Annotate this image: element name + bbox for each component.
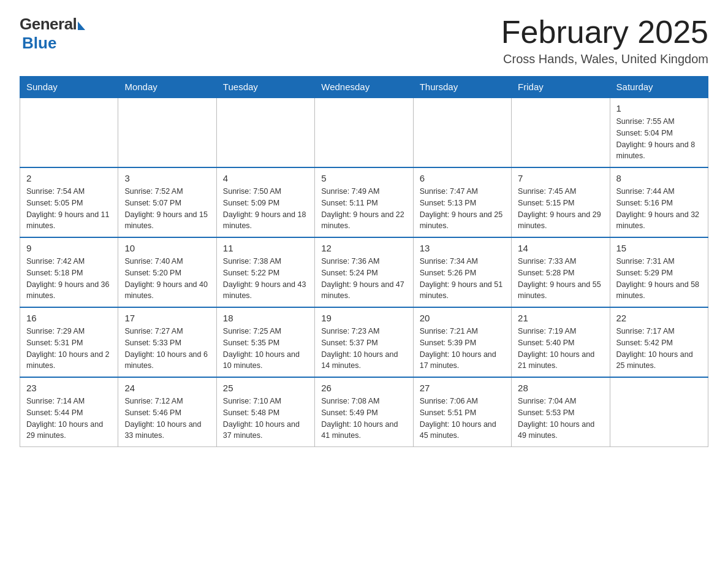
day-info: Sunrise: 7:55 AM Sunset: 5:04 PM Dayligh… [616, 116, 702, 162]
day-info: Sunrise: 7:44 AM Sunset: 5:16 PM Dayligh… [616, 186, 702, 232]
day-number: 10 [124, 243, 210, 253]
calendar-cell: 14Sunrise: 7:33 AM Sunset: 5:28 PM Dayli… [512, 237, 610, 307]
day-info: Sunrise: 7:40 AM Sunset: 5:20 PM Dayligh… [124, 256, 210, 302]
calendar-cell: 21Sunrise: 7:19 AM Sunset: 5:40 PM Dayli… [512, 307, 610, 377]
calendar-cell: 4Sunrise: 7:50 AM Sunset: 5:09 PM Daylig… [216, 167, 314, 237]
day-info: Sunrise: 7:17 AM Sunset: 5:42 PM Dayligh… [616, 326, 702, 372]
day-number: 24 [124, 383, 210, 393]
calendar-cell: 13Sunrise: 7:34 AM Sunset: 5:26 PM Dayli… [413, 237, 511, 307]
day-number: 1 [616, 103, 702, 113]
day-info: Sunrise: 7:19 AM Sunset: 5:40 PM Dayligh… [518, 326, 603, 372]
day-number: 7 [518, 173, 603, 183]
calendar-cell [512, 98, 610, 167]
calendar-table: SundayMondayTuesdayWednesdayThursdayFrid… [20, 76, 708, 447]
calendar-cell: 8Sunrise: 7:44 AM Sunset: 5:16 PM Daylig… [610, 167, 708, 237]
day-info: Sunrise: 7:14 AM Sunset: 5:44 PM Dayligh… [26, 396, 112, 442]
day-number: 12 [321, 243, 406, 253]
day-info: Sunrise: 7:29 AM Sunset: 5:31 PM Dayligh… [26, 326, 112, 372]
calendar-cell: 26Sunrise: 7:08 AM Sunset: 5:49 PM Dayli… [315, 377, 413, 447]
calendar-cell: 15Sunrise: 7:31 AM Sunset: 5:29 PM Dayli… [610, 237, 708, 307]
calendar-cell [610, 377, 708, 447]
day-info: Sunrise: 7:27 AM Sunset: 5:33 PM Dayligh… [124, 326, 210, 372]
day-number: 20 [420, 313, 505, 323]
calendar-week-row: 16Sunrise: 7:29 AM Sunset: 5:31 PM Dayli… [20, 307, 708, 377]
day-info: Sunrise: 7:23 AM Sunset: 5:37 PM Dayligh… [321, 326, 406, 372]
day-number: 8 [616, 173, 702, 183]
day-number: 9 [26, 243, 112, 253]
day-info: Sunrise: 7:52 AM Sunset: 5:07 PM Dayligh… [124, 186, 210, 232]
day-number: 14 [518, 243, 603, 253]
logo-general-text: General [20, 15, 77, 34]
page-header: General Blue February 2025 Cross Hands, … [20, 15, 708, 66]
calendar-cell [315, 98, 413, 167]
calendar-cell: 2Sunrise: 7:54 AM Sunset: 5:05 PM Daylig… [20, 167, 118, 237]
calendar-cell: 19Sunrise: 7:23 AM Sunset: 5:37 PM Dayli… [315, 307, 413, 377]
calendar-cell [20, 98, 118, 167]
logo-blue-text: Blue [22, 34, 56, 52]
calendar-cell [118, 98, 216, 167]
calendar-cell [216, 98, 314, 167]
day-info: Sunrise: 7:42 AM Sunset: 5:18 PM Dayligh… [26, 256, 112, 302]
calendar-cell: 1Sunrise: 7:55 AM Sunset: 5:04 PM Daylig… [610, 98, 708, 167]
day-number: 22 [616, 313, 702, 323]
month-title: February 2025 [501, 15, 708, 50]
day-info: Sunrise: 7:49 AM Sunset: 5:11 PM Dayligh… [321, 186, 406, 232]
calendar-cell: 27Sunrise: 7:06 AM Sunset: 5:51 PM Dayli… [413, 377, 511, 447]
weekday-header-tuesday: Tuesday [216, 77, 314, 98]
weekday-header-thursday: Thursday [413, 77, 511, 98]
calendar-cell: 5Sunrise: 7:49 AM Sunset: 5:11 PM Daylig… [315, 167, 413, 237]
day-number: 23 [26, 383, 112, 393]
day-number: 5 [321, 173, 406, 183]
day-info: Sunrise: 7:21 AM Sunset: 5:39 PM Dayligh… [420, 326, 505, 372]
calendar-cell: 11Sunrise: 7:38 AM Sunset: 5:22 PM Dayli… [216, 237, 314, 307]
day-info: Sunrise: 7:38 AM Sunset: 5:22 PM Dayligh… [223, 256, 308, 302]
calendar-week-row: 23Sunrise: 7:14 AM Sunset: 5:44 PM Dayli… [20, 377, 708, 447]
day-number: 15 [616, 243, 702, 253]
calendar-cell: 6Sunrise: 7:47 AM Sunset: 5:13 PM Daylig… [413, 167, 511, 237]
title-section: February 2025 Cross Hands, Wales, United… [501, 15, 708, 66]
weekday-header-friday: Friday [512, 77, 610, 98]
calendar-cell: 9Sunrise: 7:42 AM Sunset: 5:18 PM Daylig… [20, 237, 118, 307]
logo: General Blue [20, 15, 85, 53]
day-info: Sunrise: 7:47 AM Sunset: 5:13 PM Dayligh… [420, 186, 505, 232]
calendar-cell: 3Sunrise: 7:52 AM Sunset: 5:07 PM Daylig… [118, 167, 216, 237]
day-info: Sunrise: 7:08 AM Sunset: 5:49 PM Dayligh… [321, 396, 406, 442]
day-number: 18 [223, 313, 308, 323]
weekday-header-saturday: Saturday [610, 77, 708, 98]
day-info: Sunrise: 7:45 AM Sunset: 5:15 PM Dayligh… [518, 186, 603, 232]
weekday-header-wednesday: Wednesday [315, 77, 413, 98]
calendar-cell: 28Sunrise: 7:04 AM Sunset: 5:53 PM Dayli… [512, 377, 610, 447]
day-number: 28 [518, 383, 603, 393]
calendar-cell: 23Sunrise: 7:14 AM Sunset: 5:44 PM Dayli… [20, 377, 118, 447]
calendar-week-row: 1Sunrise: 7:55 AM Sunset: 5:04 PM Daylig… [20, 98, 708, 167]
calendar-cell: 24Sunrise: 7:12 AM Sunset: 5:46 PM Dayli… [118, 377, 216, 447]
day-info: Sunrise: 7:34 AM Sunset: 5:26 PM Dayligh… [420, 256, 505, 302]
day-number: 17 [124, 313, 210, 323]
weekday-header-monday: Monday [118, 77, 216, 98]
weekday-header-sunday: Sunday [20, 77, 118, 98]
calendar-cell: 22Sunrise: 7:17 AM Sunset: 5:42 PM Dayli… [610, 307, 708, 377]
logo-triangle-icon [78, 21, 85, 30]
calendar-header-row: SundayMondayTuesdayWednesdayThursdayFrid… [20, 77, 708, 98]
day-info: Sunrise: 7:50 AM Sunset: 5:09 PM Dayligh… [223, 186, 308, 232]
day-info: Sunrise: 7:06 AM Sunset: 5:51 PM Dayligh… [420, 396, 505, 442]
calendar-cell: 20Sunrise: 7:21 AM Sunset: 5:39 PM Dayli… [413, 307, 511, 377]
day-number: 16 [26, 313, 112, 323]
calendar-cell: 12Sunrise: 7:36 AM Sunset: 5:24 PM Dayli… [315, 237, 413, 307]
day-number: 19 [321, 313, 406, 323]
day-info: Sunrise: 7:25 AM Sunset: 5:35 PM Dayligh… [223, 326, 308, 372]
calendar-cell: 7Sunrise: 7:45 AM Sunset: 5:15 PM Daylig… [512, 167, 610, 237]
day-number: 2 [26, 173, 112, 183]
day-number: 6 [420, 173, 505, 183]
day-number: 4 [223, 173, 308, 183]
day-info: Sunrise: 7:04 AM Sunset: 5:53 PM Dayligh… [518, 396, 603, 442]
day-info: Sunrise: 7:33 AM Sunset: 5:28 PM Dayligh… [518, 256, 603, 302]
day-number: 27 [420, 383, 505, 393]
calendar-cell: 16Sunrise: 7:29 AM Sunset: 5:31 PM Dayli… [20, 307, 118, 377]
day-number: 21 [518, 313, 603, 323]
location-text: Cross Hands, Wales, United Kingdom [501, 52, 708, 66]
calendar-week-row: 2Sunrise: 7:54 AM Sunset: 5:05 PM Daylig… [20, 167, 708, 237]
calendar-cell: 17Sunrise: 7:27 AM Sunset: 5:33 PM Dayli… [118, 307, 216, 377]
day-info: Sunrise: 7:31 AM Sunset: 5:29 PM Dayligh… [616, 256, 702, 302]
calendar-cell: 18Sunrise: 7:25 AM Sunset: 5:35 PM Dayli… [216, 307, 314, 377]
